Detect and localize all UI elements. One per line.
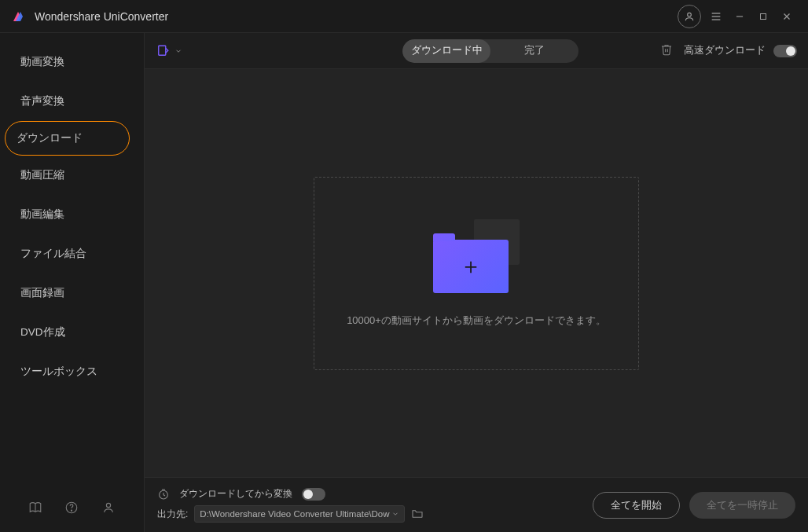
titlebar: Wondershare UniConverter [0,0,808,33]
speed-download-toggle[interactable] [773,45,797,57]
guide-icon[interactable] [24,497,46,519]
main-panel: ダウンロード中 完了 高速ダウンロード ＋ 10000+の動画サイトから動画をダ… [145,33,808,532]
sidebar-item-label: 動画変換 [20,55,64,69]
bottombar: ダウンロードしてから変換 出力先: D:\Wondershare Video C… [145,477,808,532]
maximize-button[interactable] [751,5,775,28]
output-path-text: D:\Wondershare Video Converter Ultimate\… [200,509,389,519]
tab-downloading[interactable]: ダウンロード中 [402,39,490,63]
output-path-select[interactable]: D:\Wondershare Video Converter Ultimate\… [194,505,405,523]
sidebar-item-label: DVD作成 [20,325,65,339]
download-empty-area: ＋ 10000+の動画サイトから動画をダウンロードできます。 [145,69,808,477]
plus-icon: ＋ [460,251,482,281]
sidebar-item-label: ツールボックス [20,365,97,379]
add-folder-icon: ＋ [433,219,520,293]
tab-completed[interactable]: 完了 [490,39,578,63]
start-all-button[interactable]: 全てを開始 [593,492,680,519]
sidebar: 動画変換 音声変換 ダウンロード 動画圧縮 動画編集 ファイル結合 画面録画 D… [0,33,145,532]
app-title: Wondershare UniConverter [35,10,168,23]
dropzone[interactable]: ＋ 10000+の動画サイトから動画をダウンロードできます。 [314,177,639,370]
sidebar-item-download[interactable]: ダウンロード [5,121,130,156]
app-logo-icon [9,8,27,25]
dropzone-text: 10000+の動画サイトから動画をダウンロードできます。 [347,314,606,328]
clock-icon [157,488,170,501]
account2-icon[interactable] [97,497,119,519]
sidebar-item-label: 動画圧縮 [20,168,64,182]
account-button[interactable] [678,5,701,28]
svg-rect-5 [761,13,766,19]
sidebar-item-record[interactable]: 画面録画 [0,273,144,313]
close-button[interactable] [775,5,799,28]
download-toolbar: ダウンロード中 完了 高速ダウンロード [145,33,808,69]
sidebar-item-compress[interactable]: 動画圧縮 [0,156,144,195]
sidebar-item-audio-convert[interactable]: 音声変換 [0,82,144,121]
tab-label: ダウンロード中 [411,44,483,57]
sidebar-item-merge[interactable]: ファイル結合 [0,234,144,273]
tab-label: 完了 [524,44,545,57]
sidebar-item-dvd[interactable]: DVD作成 [0,313,144,352]
button-label: 全てを一時停止 [707,498,778,512]
menu-icon[interactable] [704,5,728,28]
trash-button[interactable] [660,43,673,59]
sidebar-item-label: ダウンロード [17,131,83,145]
help-icon[interactable] [61,497,83,519]
chevron-down-icon [174,47,182,55]
chevron-down-icon [391,510,399,518]
svg-point-0 [688,13,692,17]
svg-point-11 [106,503,110,507]
open-folder-button[interactable] [411,507,424,522]
sidebar-item-edit[interactable]: 動画編集 [0,195,144,234]
speed-download-label: 高速ダウンロード [684,44,766,57]
pause-all-button[interactable]: 全てを一時停止 [689,492,795,519]
sidebar-item-toolbox[interactable]: ツールボックス [0,352,144,391]
convert-after-toggle[interactable] [302,488,325,501]
minimize-button[interactable] [728,5,751,28]
sidebar-item-label: 音声変換 [20,94,64,108]
sidebar-item-video-convert[interactable]: 動画変換 [0,42,144,82]
download-tab-switch: ダウンロード中 完了 [402,39,578,63]
svg-point-10 [72,510,72,511]
add-url-button[interactable] [156,44,182,58]
sidebar-item-label: 動画編集 [20,207,64,222]
sidebar-item-label: 画面録画 [20,286,64,300]
button-label: 全てを開始 [611,498,662,512]
output-dir-label: 出力先: [157,508,188,521]
sidebar-item-label: ファイル結合 [20,247,86,261]
svg-rect-12 [159,46,166,55]
convert-after-label: ダウンロードしてから変換 [179,487,292,501]
